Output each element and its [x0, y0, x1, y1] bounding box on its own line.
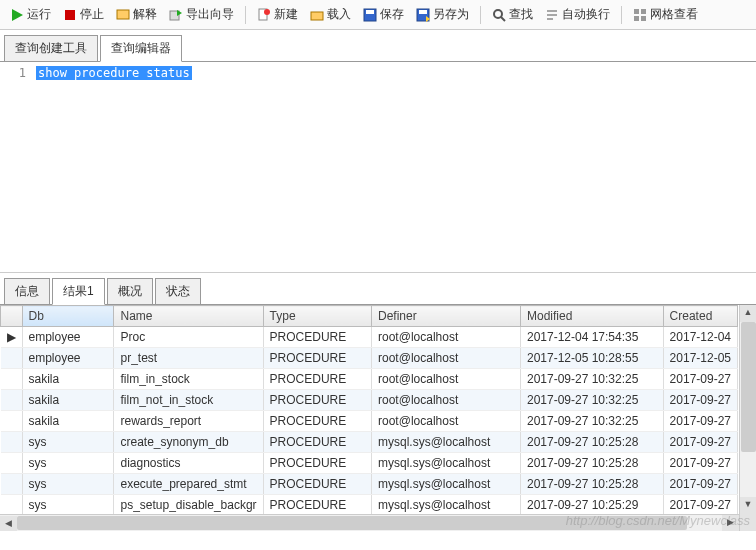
cell-modified[interactable]: 2017-09-27 10:25:28	[520, 453, 663, 474]
table-row[interactable]: sakilafilm_not_in_stockPROCEDUREroot@loc…	[1, 390, 738, 411]
sql-editor[interactable]: 1 show procedure status	[0, 62, 756, 270]
col-created[interactable]: Created	[663, 306, 737, 327]
cell-definer[interactable]: mysql.sys@localhost	[372, 453, 521, 474]
results-grid[interactable]: Db Name Type Definer Modified Created ▶e…	[0, 305, 738, 516]
cell-modified[interactable]: 2017-09-27 10:25:28	[520, 474, 663, 495]
cell-type[interactable]: PROCEDURE	[263, 348, 371, 369]
cell-created[interactable]: 2017-12-04	[663, 327, 737, 348]
table-row[interactable]: sysps_setup_disable_backgrPROCEDUREmysql…	[1, 495, 738, 516]
export-wizard-button[interactable]: 导出向导	[165, 4, 238, 25]
save-as-button[interactable]: 另存为	[412, 4, 473, 25]
cell-type[interactable]: PROCEDURE	[263, 390, 371, 411]
cell-name[interactable]: pr_test	[114, 348, 263, 369]
wrap-button[interactable]: 自动换行	[541, 4, 614, 25]
cell-modified[interactable]: 2017-12-05 10:28:55	[520, 348, 663, 369]
cell-type[interactable]: PROCEDURE	[263, 453, 371, 474]
cell-type[interactable]: PROCEDURE	[263, 495, 371, 516]
load-button[interactable]: 载入	[306, 4, 355, 25]
cell-modified[interactable]: 2017-09-27 10:32:25	[520, 390, 663, 411]
table-row[interactable]: ▶employeeProcPROCEDUREroot@localhost2017…	[1, 327, 738, 348]
play-icon	[10, 8, 24, 22]
cell-name[interactable]: film_not_in_stock	[114, 390, 263, 411]
cell-name[interactable]: execute_prepared_stmt	[114, 474, 263, 495]
scroll-thumb-vertical[interactable]	[741, 322, 756, 452]
separator	[621, 6, 622, 24]
scroll-right-button[interactable]: ▶	[722, 515, 739, 531]
cell-created[interactable]: 2017-09-27	[663, 411, 737, 432]
scroll-up-button[interactable]: ▲	[740, 305, 756, 322]
cell-name[interactable]: ps_setup_disable_backgr	[114, 495, 263, 516]
cell-modified[interactable]: 2017-09-27 10:32:25	[520, 411, 663, 432]
cell-modified[interactable]: 2017-09-27 10:32:25	[520, 369, 663, 390]
cell-db[interactable]: employee	[22, 348, 114, 369]
cell-name[interactable]: rewards_report	[114, 411, 263, 432]
cell-created[interactable]: 2017-09-27	[663, 369, 737, 390]
table-row[interactable]: sysexecute_prepared_stmtPROCEDUREmysql.s…	[1, 474, 738, 495]
cell-modified[interactable]: 2017-09-27 10:25:28	[520, 432, 663, 453]
cell-db[interactable]: employee	[22, 327, 114, 348]
cell-db[interactable]: sys	[22, 474, 114, 495]
cell-created[interactable]: 2017-09-27	[663, 432, 737, 453]
col-definer[interactable]: Definer	[372, 306, 521, 327]
explain-button[interactable]: 解释	[112, 4, 161, 25]
run-button[interactable]: 运行	[6, 4, 55, 25]
selected-code[interactable]: show procedure status	[36, 66, 192, 80]
cell-type[interactable]: PROCEDURE	[263, 411, 371, 432]
cell-modified[interactable]: 2017-12-04 17:54:35	[520, 327, 663, 348]
col-name[interactable]: Name	[114, 306, 263, 327]
new-button[interactable]: 新建	[253, 4, 302, 25]
cell-db[interactable]: sakila	[22, 369, 114, 390]
cell-definer[interactable]: root@localhost	[372, 327, 521, 348]
cell-created[interactable]: 2017-09-27	[663, 474, 737, 495]
cell-definer[interactable]: root@localhost	[372, 348, 521, 369]
cell-name[interactable]: diagnostics	[114, 453, 263, 474]
tab-info[interactable]: 信息	[4, 278, 50, 305]
cell-definer[interactable]: mysql.sys@localhost	[372, 474, 521, 495]
col-db[interactable]: Db	[22, 306, 114, 327]
cell-definer[interactable]: root@localhost	[372, 369, 521, 390]
vertical-scrollbar[interactable]: ▲ ▼	[739, 305, 756, 531]
cell-definer[interactable]: mysql.sys@localhost	[372, 432, 521, 453]
table-row[interactable]: sakilafilm_in_stockPROCEDUREroot@localho…	[1, 369, 738, 390]
table-row[interactable]: employeepr_testPROCEDUREroot@localhost20…	[1, 348, 738, 369]
cell-db[interactable]: sys	[22, 432, 114, 453]
grid-view-button[interactable]: 网格查看	[629, 4, 702, 25]
tab-query-editor[interactable]: 查询编辑器	[100, 35, 182, 62]
find-button[interactable]: 查找	[488, 4, 537, 25]
tab-status[interactable]: 状态	[155, 278, 201, 305]
cell-db[interactable]: sys	[22, 495, 114, 516]
cell-db[interactable]: sakila	[22, 411, 114, 432]
cell-db[interactable]: sys	[22, 453, 114, 474]
cell-db[interactable]: sakila	[22, 390, 114, 411]
cell-name[interactable]: create_synonym_db	[114, 432, 263, 453]
cell-definer[interactable]: root@localhost	[372, 390, 521, 411]
cell-type[interactable]: PROCEDURE	[263, 474, 371, 495]
cell-type[interactable]: PROCEDURE	[263, 327, 371, 348]
scroll-thumb-horizontal[interactable]	[17, 516, 687, 530]
table-row[interactable]: sysdiagnosticsPROCEDUREmysql.sys@localho…	[1, 453, 738, 474]
save-button[interactable]: 保存	[359, 4, 408, 25]
cell-created[interactable]: 2017-12-05	[663, 348, 737, 369]
col-modified[interactable]: Modified	[520, 306, 663, 327]
scroll-left-button[interactable]: ◀	[0, 516, 17, 531]
cell-modified[interactable]: 2017-09-27 10:25:29	[520, 495, 663, 516]
cell-name[interactable]: film_in_stock	[114, 369, 263, 390]
cell-definer[interactable]: root@localhost	[372, 411, 521, 432]
cell-type[interactable]: PROCEDURE	[263, 432, 371, 453]
code-area[interactable]: show procedure status	[32, 62, 756, 270]
horizontal-scrollbar[interactable]: ◀ ▶	[0, 514, 739, 531]
cell-definer[interactable]: mysql.sys@localhost	[372, 495, 521, 516]
tab-profile[interactable]: 概况	[107, 278, 153, 305]
scroll-down-button[interactable]: ▼	[740, 497, 756, 514]
table-row[interactable]: sakilarewards_reportPROCEDUREroot@localh…	[1, 411, 738, 432]
cell-name[interactable]: Proc	[114, 327, 263, 348]
cell-created[interactable]: 2017-09-27	[663, 495, 737, 516]
col-type[interactable]: Type	[263, 306, 371, 327]
tab-result1[interactable]: 结果1	[52, 278, 105, 305]
cell-created[interactable]: 2017-09-27	[663, 390, 737, 411]
stop-button[interactable]: 停止	[59, 4, 108, 25]
cell-created[interactable]: 2017-09-27	[663, 453, 737, 474]
cell-type[interactable]: PROCEDURE	[263, 369, 371, 390]
tab-create-tool[interactable]: 查询创建工具	[4, 35, 98, 62]
table-row[interactable]: syscreate_synonym_dbPROCEDUREmysql.sys@l…	[1, 432, 738, 453]
